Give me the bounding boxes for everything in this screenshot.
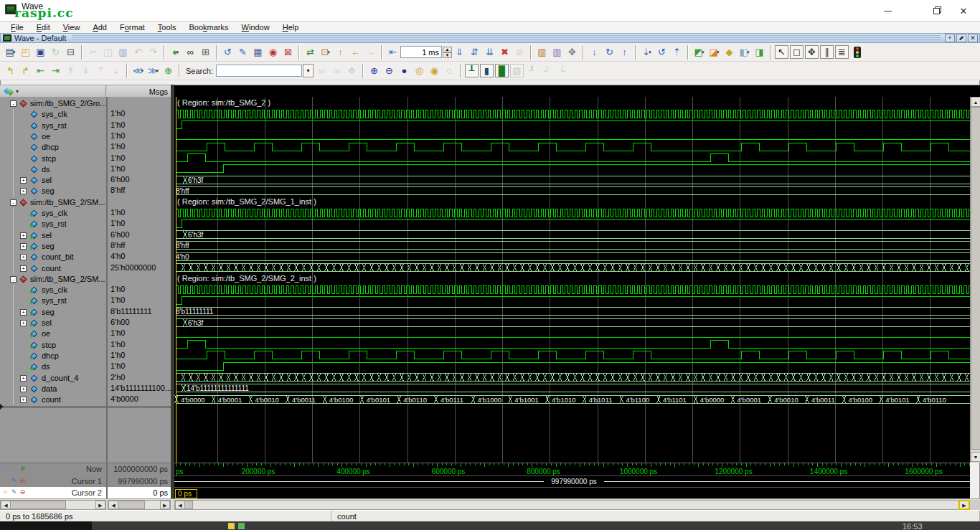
remove-icon[interactable]: ⊖ xyxy=(19,488,27,496)
expand-box[interactable]: + xyxy=(20,375,27,382)
environment-back-button[interactable]: ← xyxy=(349,45,362,59)
zoom-in-on-active-cursor-button[interactable]: ◎ xyxy=(413,64,426,77)
expanded-mode-button[interactable]: ≣ xyxy=(835,45,849,59)
signal-row-data[interactable]: +data xyxy=(0,384,106,394)
find-next-event-button[interactable]: ↱ xyxy=(19,64,32,77)
find-previous-event-button[interactable]: ↰ xyxy=(4,64,17,77)
menu-file[interactable]: File xyxy=(4,22,30,32)
expand-time-dropdown-caret[interactable]: ▾ xyxy=(156,68,159,73)
cursor-row-cursor-1[interactable]: ∩✎⊖Cursor 1 xyxy=(0,475,106,487)
names-hscrollbar[interactable]: ◀ ▶ xyxy=(0,500,106,510)
signal-row-dhcp[interactable]: dhcp xyxy=(0,351,106,361)
group-row-3[interactable]: -sim:/tb_SMG_2/SM... xyxy=(0,274,106,285)
pane-close-button[interactable]: ✕ xyxy=(968,34,978,42)
group-row-2[interactable]: -sim:/tb_SMG_2/SM... xyxy=(0,197,106,208)
waveform-full-mode-button[interactable]: █ xyxy=(495,64,509,77)
edit-mode-button[interactable]: ∥ xyxy=(820,45,834,59)
expanded-time-expand-button[interactable]: ⇡ xyxy=(670,45,684,59)
signal-row-sys_clk[interactable]: sys_clk xyxy=(0,109,106,120)
expand-box[interactable]: + xyxy=(20,309,27,316)
zoom-others-button[interactable]: ◌ xyxy=(443,64,456,77)
signal-row-sel[interactable]: +sel xyxy=(0,318,106,328)
collapse-time-dropdown-caret[interactable]: ▾ xyxy=(141,68,144,73)
signal-row-sys_rst[interactable]: sys_rst xyxy=(0,120,106,131)
signal-column-header[interactable]: ▾ xyxy=(0,85,106,98)
menu-window[interactable]: Window xyxy=(235,22,276,32)
minimize-button[interactable] xyxy=(871,0,904,22)
menu-bookmarks[interactable]: Bookmarks xyxy=(183,22,235,32)
vertical-scrollbar[interactable]: ▲ ▼ xyxy=(970,97,980,463)
close-button[interactable]: ✕ xyxy=(947,0,980,22)
zoom-between-cursors-button[interactable]: ◉ xyxy=(428,64,441,77)
signal-row-oe[interactable]: oe xyxy=(0,131,106,142)
launch-dropdown-caret[interactable]: ▾ xyxy=(176,49,179,55)
wave-scroll-thumb[interactable] xyxy=(184,501,193,509)
values-scroll-left[interactable]: ◀ xyxy=(108,501,118,509)
signal-row-seg[interactable]: +seg xyxy=(0,186,106,197)
select-mode-button[interactable]: ↖ xyxy=(775,45,788,59)
wave-cut-button[interactable]: ◩▾ xyxy=(692,45,706,59)
signal-row-sys_rst[interactable]: sys_rst xyxy=(0,219,106,229)
new-document-button[interactable]: ▤▾ xyxy=(4,45,17,59)
signal-row-ds[interactable]: ds xyxy=(0,361,106,372)
search-input[interactable] xyxy=(216,65,302,77)
waveform-canvas[interactable]: ( Region: sim:/tb_SMG_2 )6'h3f8'hff( Reg… xyxy=(174,97,970,463)
menu-format[interactable]: Format xyxy=(113,22,151,32)
expand-box[interactable]: + xyxy=(20,254,27,260)
expanded-time-insert-button[interactable]: ↓ xyxy=(588,45,601,59)
expanded-time-collapse-button[interactable]: ⇣▾ xyxy=(640,45,654,59)
collapse-box[interactable]: - xyxy=(10,199,17,206)
sim-restore-button[interactable]: ↺ xyxy=(221,45,235,59)
launch-button[interactable]: ●▾ xyxy=(169,45,182,59)
chat-icon[interactable]: ▭ xyxy=(10,465,18,473)
signal-row-sel[interactable]: +sel xyxy=(0,175,106,186)
wave-cut-dropdown-caret[interactable]: ▾ xyxy=(702,49,705,55)
expand-box[interactable]: + xyxy=(20,320,27,326)
signal-row-count[interactable]: +count xyxy=(0,394,106,405)
vertical-scroll-thumb[interactable] xyxy=(971,107,980,450)
menu-help[interactable]: Help xyxy=(276,22,306,32)
signal-row-seg[interactable]: +seg xyxy=(0,241,106,252)
expanded-time-recalc-button[interactable]: ↻ xyxy=(603,45,616,59)
scroll-up-arrow[interactable]: ▲ xyxy=(971,97,980,107)
environment-swap-button[interactable]: ⇄ xyxy=(303,45,317,59)
signal-row-sys_clk[interactable]: sys_clk xyxy=(0,208,106,219)
menu-tools[interactable]: Tools xyxy=(151,22,183,32)
run-length-input[interactable] xyxy=(400,46,442,58)
signal-row-count_bit[interactable]: +count_bit xyxy=(0,252,106,262)
wave-insert-dropdown-caret[interactable]: ▾ xyxy=(747,49,750,55)
collapse-time-button[interactable]: ≪▾ xyxy=(131,64,145,77)
wave-scroll-left[interactable]: ◀ xyxy=(175,501,185,509)
sim-end-button[interactable]: ⊠ xyxy=(281,45,295,59)
expand-time-button[interactable]: ≫▾ xyxy=(146,64,160,77)
edit-icon[interactable]: ✎ xyxy=(10,477,18,485)
expand-box[interactable]: + xyxy=(20,177,27,184)
signal-row-sel[interactable]: +sel xyxy=(0,230,106,241)
lock-icon[interactable]: ∩ xyxy=(1,477,9,485)
menu-add[interactable]: Add xyxy=(86,22,113,32)
values-hscrollbar[interactable]: ◀ ▶ xyxy=(108,500,171,510)
add-group-button[interactable]: ⊕ xyxy=(161,64,175,77)
run-length-spinner[interactable]: ▲▼ xyxy=(443,47,452,58)
collapse-box[interactable]: - xyxy=(10,276,17,283)
lock-icon[interactable]: ∩ xyxy=(1,488,9,496)
values-scroll-right[interactable]: ▶ xyxy=(160,501,170,509)
expanded-time-collapse-dropdown-caret[interactable]: ▾ xyxy=(649,49,651,55)
group-row-1[interactable]: -sim:/tb_SMG_2/Gro... xyxy=(0,98,106,109)
signal-row-seg[interactable]: +seg xyxy=(0,307,106,318)
expanded-time-remove-button[interactable]: ↑ xyxy=(618,45,631,59)
pan-mode-button[interactable]: ✥ xyxy=(805,45,819,59)
signal-row-stcp[interactable]: stcp xyxy=(0,153,106,164)
zoom-in-button[interactable]: ⊕ xyxy=(367,64,381,77)
signal-name-panel[interactable]: -sim:/tb_SMG_2/Gro...sys_clksys_rstoedhc… xyxy=(0,97,106,463)
expanded-time-rotate-button[interactable]: ↺ xyxy=(655,45,669,59)
signal-row-ds[interactable]: ds xyxy=(0,164,106,175)
environment-up-button[interactable]: ↑ xyxy=(334,45,347,59)
values-scroll-thumb[interactable] xyxy=(118,501,145,509)
waveform-event-mode-button[interactable]: ┸ xyxy=(465,64,479,77)
dataset-view-dropdown-caret[interactable]: ▾ xyxy=(327,49,330,55)
expand-box[interactable]: + xyxy=(20,232,27,239)
timeline-area[interactable]: ps200000 ps400000 ps600000 ps800000 ps10… xyxy=(174,463,970,498)
wave-delete-button[interactable]: ◨ xyxy=(753,45,766,59)
run-all-button[interactable]: ⇊ xyxy=(483,45,496,59)
